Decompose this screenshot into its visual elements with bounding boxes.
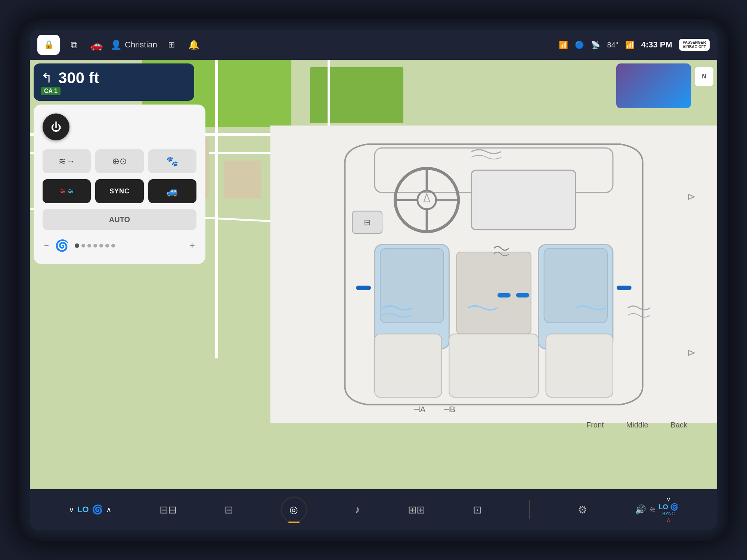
seat-heat-right-icon: ≋ xyxy=(649,505,656,514)
svg-rect-28 xyxy=(375,334,441,397)
bell-icon: 🔔 xyxy=(188,40,199,50)
turn-arrow-icon: ↰ xyxy=(41,70,52,86)
climate-power-button[interactable]: ⏻ xyxy=(43,113,69,140)
lock-button[interactable]: 🔒 xyxy=(37,35,60,55)
fan-plus-btn[interactable]: + xyxy=(189,240,195,251)
right-lo-display: ∨ LO 🌀 SYNC ∧ xyxy=(659,496,678,523)
fan-dot-7 xyxy=(111,244,115,248)
home-icon-btn[interactable]: ⊞ xyxy=(163,37,180,53)
map-preview-card[interactable] xyxy=(616,63,691,108)
status-bar-right: 📶 🔵 📡 84° 📶 4:33 PM PASSENGERAIRBAG OFF xyxy=(559,39,710,51)
floor-vent-icon: ≋→ xyxy=(59,156,75,167)
climate-mode-row-2: ≋ ≋ SYNC 🚙 xyxy=(43,179,196,203)
svg-rect-31 xyxy=(356,286,371,290)
fan-dot-3 xyxy=(87,244,91,248)
body-heat-icon: ⊕⊙ xyxy=(112,156,127,167)
compass-north-label: N xyxy=(702,73,706,80)
user-profile-btn[interactable]: 👤 Christian xyxy=(111,40,157,50)
screen-icon-btn[interactable]: ⧉ xyxy=(66,37,82,53)
seat-heat-btn[interactable]: ⊟⊟ xyxy=(159,504,177,516)
climate-mode-row-1: ≋→ ⊕⊙ 🐾 xyxy=(43,149,196,173)
svg-text:⊣A: ⊣A xyxy=(413,405,426,414)
fan-dot-6 xyxy=(105,244,109,248)
chevron-up-left[interactable]: ∧ xyxy=(106,505,112,514)
fan-dot-2 xyxy=(81,244,85,248)
apps-icon: ⊞⊞ xyxy=(408,504,425,516)
fan-speed-row: − 🌀 + xyxy=(43,236,196,255)
zone-front-label: Front xyxy=(586,421,604,429)
svg-text:⊳: ⊳ xyxy=(687,191,695,202)
svg-text:⊳: ⊳ xyxy=(687,347,695,358)
cooled-seat-icon: ≋ xyxy=(68,187,74,196)
volume-icon[interactable]: 🔊 xyxy=(635,504,646,515)
left-fan-icon: 🌀 xyxy=(92,504,103,515)
lock-icon: 🔒 xyxy=(44,40,54,50)
svg-rect-20 xyxy=(471,170,576,230)
svg-rect-23 xyxy=(375,245,449,349)
compass-icon: ◎ xyxy=(289,504,298,516)
climate-top-row: ⏻ xyxy=(43,113,196,140)
screen-icon: ⧉ xyxy=(71,39,78,51)
music-btn[interactable]: ♪ xyxy=(355,504,360,516)
status-bar: 🔒 ⧉ 🚗 👤 Christian ⊞ xyxy=(30,30,717,60)
user-icon: 👤 xyxy=(111,40,122,50)
settings-icon: ⚙ xyxy=(578,504,587,516)
left-lo-label: LO xyxy=(77,505,89,514)
fan-icon: 🌀 xyxy=(55,239,69,252)
apps-btn[interactable]: ⊞⊞ xyxy=(408,504,425,516)
music-icon: ♪ xyxy=(355,504,360,516)
wifi-icon: 📶 xyxy=(559,40,568,49)
fan-minus-btn[interactable]: − xyxy=(44,241,49,251)
heated-seat-btn[interactable]: ≋ ≋ xyxy=(43,179,91,203)
chevron-up-right[interactable]: ∧ xyxy=(666,516,671,523)
settings-btn[interactable]: ⚙ xyxy=(578,504,587,516)
car-bezel: 🔒 ⧉ 🚗 👤 Christian ⊞ xyxy=(19,19,728,541)
time-display: 4:33 PM xyxy=(641,40,672,50)
zone-labels: Front Middle Back xyxy=(586,421,687,429)
nav-center-button[interactable]: ◎ xyxy=(281,497,307,523)
compass-badge: N xyxy=(695,67,713,86)
toolbar-divider xyxy=(529,500,530,519)
floor-vent-btn[interactable]: ≋→ xyxy=(43,149,91,173)
svg-text:⊟: ⊟ xyxy=(364,218,371,227)
fan-dot-4 xyxy=(93,244,97,248)
body-heat-btn[interactable]: ⊕⊙ xyxy=(95,149,143,173)
user-name-label: Christian xyxy=(125,40,157,50)
fan-dot-5 xyxy=(99,244,103,248)
zone-back-label: Back xyxy=(671,421,687,429)
infotainment-screen: 🔒 ⧉ 🚗 👤 Christian ⊞ xyxy=(30,30,717,530)
nav-distance-display: 300 ft xyxy=(58,69,99,87)
auto-mode-btn[interactable]: AUTO xyxy=(43,209,196,230)
fan-speed-dots xyxy=(75,243,183,248)
pet-icon: 🐾 xyxy=(166,156,178,167)
right-sync-label: SYNC xyxy=(662,511,675,516)
status-bar-left: 🔒 ⧉ 🚗 👤 Christian ⊞ xyxy=(37,35,559,55)
auto-label: AUTO xyxy=(109,215,130,224)
home-icon: ⊞ xyxy=(168,40,175,50)
bottom-toolbar: ∨ LO 🌀 ∧ ⊟⊟ ⊟ ◎ ♪ ⊞⊞ xyxy=(30,489,717,530)
navigation-panel[interactable]: ↰ 300 ft CA 1 xyxy=(34,63,194,101)
cellular-icon: 📶 xyxy=(625,40,635,49)
suv-mode-btn[interactable]: 🚙 xyxy=(148,179,196,203)
rear-defrost-btn[interactable]: ⊟ xyxy=(224,504,233,516)
camera-btn[interactable]: ⊡ xyxy=(473,504,481,516)
chevron-down-left[interactable]: ∨ xyxy=(69,505,74,514)
bell-icon-btn[interactable]: 🔔 xyxy=(186,37,202,53)
hotspot-icon: 📡 xyxy=(591,40,600,49)
svg-rect-33 xyxy=(498,293,511,298)
temperature-display: 84° xyxy=(607,41,618,49)
left-climate-display: ∨ LO 🌀 ∧ xyxy=(69,504,112,515)
sync-btn[interactable]: SYNC xyxy=(95,179,143,203)
pet-mode-btn[interactable]: 🐾 xyxy=(148,149,196,173)
svg-text:⊣B: ⊣B xyxy=(443,405,456,414)
car-icon-btn[interactable]: 🚗 xyxy=(88,37,105,53)
sync-label: SYNC xyxy=(109,187,130,195)
street-shield-badge: CA 1 xyxy=(41,87,61,95)
nav-street-info: CA 1 xyxy=(41,87,99,95)
chevron-down-right[interactable]: ∨ xyxy=(666,496,671,503)
bluetooth-icon: 🔵 xyxy=(575,40,584,49)
rear-defrost-icon: ⊟ xyxy=(224,504,233,516)
svg-rect-29 xyxy=(449,334,538,397)
svg-rect-32 xyxy=(617,286,632,290)
climate-control-panel: ⏻ ≋→ ⊕⊙ 🐾 xyxy=(34,105,205,264)
